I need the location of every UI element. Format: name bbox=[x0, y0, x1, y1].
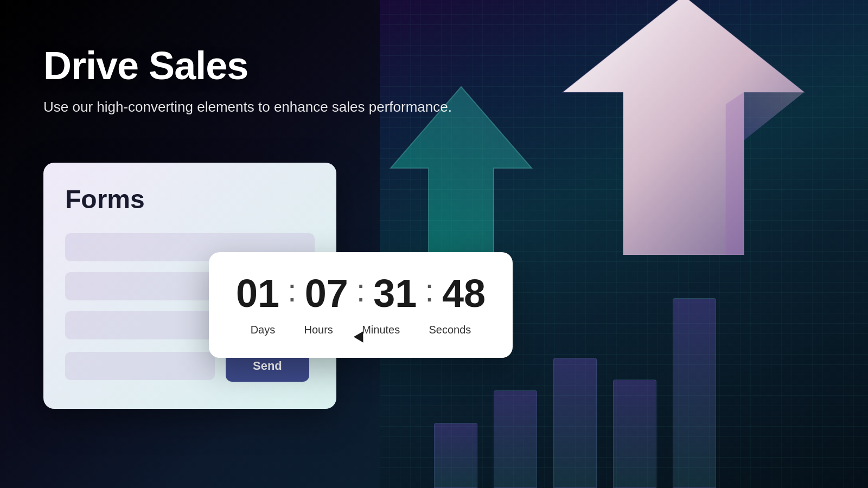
page-title: Drive Sales bbox=[43, 43, 825, 88]
countdown-days-value: 01 bbox=[231, 274, 285, 313]
forms-card-title: Forms bbox=[65, 184, 315, 214]
countdown-numbers: 01 : 07 : 31 : 48 bbox=[231, 274, 491, 313]
countdown-hours-unit: 07 bbox=[299, 274, 354, 313]
page-subtitle: Use our high-converting elements to enha… bbox=[43, 99, 825, 115]
countdown-minutes-unit: 31 bbox=[368, 274, 422, 313]
countdown-sep-1: : bbox=[288, 274, 297, 312]
countdown-minutes-label: Minutes bbox=[362, 324, 400, 336]
countdown-hours-value: 07 bbox=[299, 274, 354, 313]
countdown-minutes-value: 31 bbox=[368, 274, 422, 313]
countdown-seconds-value: 48 bbox=[437, 274, 491, 313]
countdown-days-unit: 01 bbox=[231, 274, 285, 313]
countdown-hours-label: Hours bbox=[304, 324, 333, 336]
form-field-4[interactable] bbox=[65, 352, 215, 380]
countdown-sep-3: : bbox=[425, 274, 434, 312]
countdown-seconds-label: Seconds bbox=[429, 324, 471, 336]
countdown-seconds-unit: 48 bbox=[437, 274, 491, 313]
countdown-sep-2: : bbox=[356, 274, 366, 312]
countdown-days-label: Days bbox=[251, 324, 276, 336]
